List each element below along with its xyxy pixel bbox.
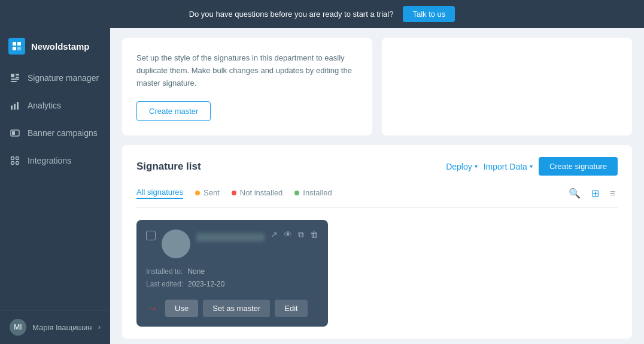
sidebar-item-label: Banner campaigns xyxy=(28,128,98,138)
filter-not-installed-label: Not installed xyxy=(240,188,283,197)
installed-dot xyxy=(294,191,299,195)
installed-to-label: Installed to: xyxy=(146,265,183,277)
list-view-icon[interactable]: ≡ xyxy=(607,186,618,201)
svg-rect-9 xyxy=(11,105,13,110)
sidebar-item-integrations[interactable]: Integrations xyxy=(0,147,110,174)
signature-card: ↗ 👁 ⧉ 🗑 Installed to: None Last edited: … xyxy=(136,220,328,327)
signature-manager-icon xyxy=(10,73,20,83)
arrow-pointer-icon: → xyxy=(146,301,158,315)
svg-rect-6 xyxy=(16,77,19,78)
eye-icon[interactable]: 👁 xyxy=(284,230,292,240)
filter-all-label: All signatures xyxy=(136,188,183,197)
svg-rect-10 xyxy=(14,104,16,110)
filter-not-installed[interactable]: Not installed xyxy=(232,188,283,198)
svg-rect-1 xyxy=(17,42,21,46)
logo-text: Newoldstamp xyxy=(31,41,90,52)
svg-rect-0 xyxy=(13,42,16,46)
filter-all-signatures[interactable]: All signatures xyxy=(136,188,183,199)
sig-card-checkbox[interactable] xyxy=(146,231,156,240)
sidebar-item-signature-manager[interactable]: Signature manager xyxy=(0,64,110,92)
filter-sent[interactable]: Sent xyxy=(195,188,220,198)
svg-rect-13 xyxy=(12,131,15,135)
import-data-button[interactable]: Import Data ▾ xyxy=(484,162,533,171)
svg-point-14 xyxy=(11,157,14,160)
signature-list-actions: Deploy ▾ Import Data ▾ Create signature xyxy=(446,157,618,176)
integrations-icon xyxy=(10,155,20,166)
svg-rect-11 xyxy=(17,102,19,110)
signature-list-header: Signature list Deploy ▾ Import Data ▾ Cr… xyxy=(136,157,618,176)
filter-row: All signatures Sent Not installed Instal… xyxy=(136,185,618,208)
analytics-icon xyxy=(10,100,20,111)
sidebar-user-name: Марія Іващишин xyxy=(32,323,92,332)
sent-dot xyxy=(195,191,200,195)
expand-arrow-icon: › xyxy=(98,323,101,331)
sig-card-top: ↗ 👁 ⧉ 🗑 xyxy=(146,230,318,258)
svg-rect-3 xyxy=(17,47,21,50)
sidebar: Newoldstamp Signature manager xyxy=(0,28,110,344)
master-signature-description: Set up the style of the signatures in th… xyxy=(136,52,358,89)
import-chevron-icon: ▾ xyxy=(530,163,533,170)
sidebar-item-label: Analytics xyxy=(28,101,61,110)
svg-rect-8 xyxy=(11,81,17,82)
sig-card-avatar xyxy=(162,230,190,258)
top-cards-row: Set up the style of the signatures in th… xyxy=(122,28,632,135)
last-edited-value: 2023-12-20 xyxy=(188,278,224,290)
signature-list-panel: Signature list Deploy ▾ Import Data ▾ Cr… xyxy=(122,145,632,339)
last-edited-label: Last edited: xyxy=(146,278,183,290)
filter-installed-label: Installed xyxy=(303,188,332,197)
sig-card-meta: Installed to: None Last edited: 2023-12-… xyxy=(146,265,318,290)
content-area: Set up the style of the signatures in th… xyxy=(110,28,644,344)
use-button[interactable]: Use xyxy=(165,300,198,317)
svg-point-16 xyxy=(11,162,14,165)
copy-icon[interactable]: ⧉ xyxy=(298,230,304,240)
sidebar-item-label: Signature manager xyxy=(28,73,99,83)
sidebar-footer-user[interactable]: МІ Марія Іващишин › xyxy=(0,310,110,344)
sidebar-navigation: Signature manager Analytics xyxy=(0,64,110,310)
svg-rect-4 xyxy=(11,74,14,77)
svg-point-17 xyxy=(16,162,19,165)
svg-point-15 xyxy=(16,157,19,160)
sig-card-name xyxy=(196,233,265,242)
master-signature-card: Set up the style of the signatures in th… xyxy=(122,38,372,135)
grid-view-icon[interactable]: ⊞ xyxy=(589,185,602,201)
delete-icon[interactable]: 🗑 xyxy=(310,230,318,240)
sidebar-item-label: Integrations xyxy=(28,156,71,165)
installed-to-value: None xyxy=(187,265,205,277)
deploy-button[interactable]: Deploy ▾ xyxy=(446,162,478,171)
avatar: МІ xyxy=(10,319,26,336)
sig-card-buttons: → Use Set as master Edit xyxy=(146,300,318,317)
svg-rect-7 xyxy=(11,79,19,80)
sig-card-actions: ↗ 👁 ⧉ 🗑 xyxy=(271,230,318,240)
signature-list-title: Signature list xyxy=(136,161,201,173)
filter-right-actions: 🔍 ⊞ ≡ xyxy=(566,185,618,201)
main-layout: Newoldstamp Signature manager xyxy=(0,28,644,344)
search-icon[interactable]: 🔍 xyxy=(566,185,583,201)
talk-to-us-button[interactable]: Talk to us xyxy=(403,6,455,22)
set-as-master-button[interactable]: Set as master xyxy=(203,300,270,317)
sidebar-item-analytics[interactable]: Analytics xyxy=(0,92,110,119)
top-banner: Do you have questions before you are rea… xyxy=(0,0,644,28)
deploy-chevron-icon: ▾ xyxy=(475,163,478,170)
banner-campaigns-icon xyxy=(10,128,20,138)
sidebar-item-banner-campaigns[interactable]: Banner campaigns xyxy=(0,119,110,147)
filter-sent-label: Sent xyxy=(203,188,220,197)
logo-icon xyxy=(8,38,25,55)
banner-text: Do you have questions before you are rea… xyxy=(189,10,394,19)
second-card xyxy=(382,38,632,135)
create-master-button[interactable]: Create master xyxy=(136,101,211,121)
edit-button[interactable]: Edit xyxy=(275,300,307,317)
not-installed-dot xyxy=(232,191,236,195)
share-icon[interactable]: ↗ xyxy=(271,230,278,240)
sidebar-logo[interactable]: Newoldstamp xyxy=(0,28,110,64)
svg-rect-5 xyxy=(16,74,19,76)
filter-installed[interactable]: Installed xyxy=(294,188,332,198)
create-signature-button[interactable]: Create signature xyxy=(539,157,618,176)
svg-rect-2 xyxy=(13,47,16,50)
